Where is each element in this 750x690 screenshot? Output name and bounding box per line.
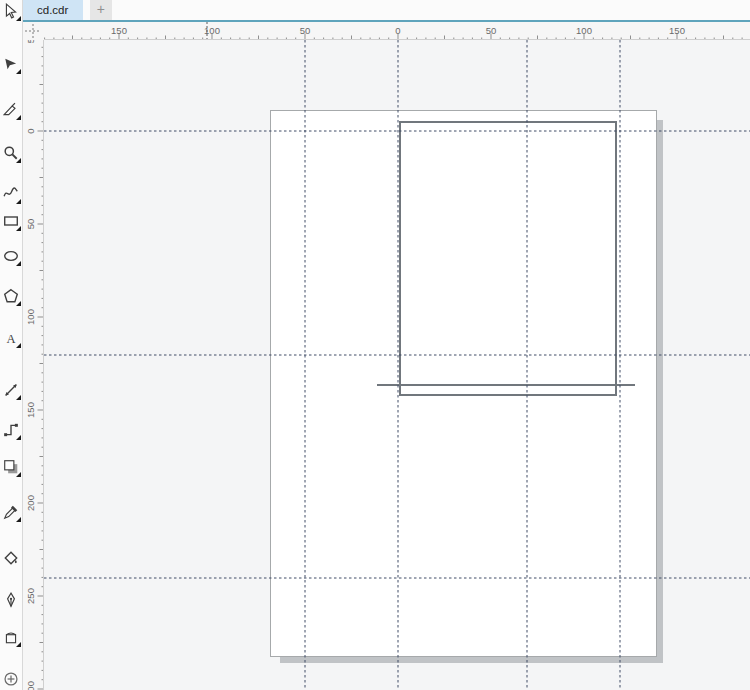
tool-rectangle[interactable] [1, 211, 21, 231]
h-ruler-label: 150 [669, 25, 685, 36]
flyout-indicator-icon [16, 301, 21, 306]
h-ruler-label: 100 [204, 25, 220, 36]
document-tab[interactable]: cd.cdr [22, 0, 83, 20]
v-ruler-label: 50 [25, 219, 36, 230]
v-ruler-label: 150 [25, 402, 36, 418]
v-ruler-label: 250 [25, 588, 36, 604]
tool-ellipse[interactable] [1, 246, 21, 266]
flyout-indicator-icon [16, 642, 21, 647]
v-ruler-label: 100 [25, 309, 36, 325]
tool-interactive-fill[interactable] [1, 669, 21, 689]
flyout-indicator-icon [16, 199, 21, 204]
tool-dimension[interactable] [1, 380, 21, 400]
tool-zoom[interactable] [1, 143, 21, 163]
tool-text[interactable]: A [1, 328, 21, 348]
v-ruler-label: 200 [25, 495, 36, 511]
flyout-indicator-icon [16, 158, 21, 163]
flyout-indicator-icon [16, 226, 21, 231]
flyout-indicator-icon [16, 115, 21, 120]
flyout-indicator-icon [16, 472, 21, 477]
flyout-indicator-icon [16, 16, 21, 21]
h-ruler-label: 50 [486, 25, 497, 36]
flyout-indicator-icon [16, 395, 21, 400]
ruler-origin-icon [22, 22, 44, 40]
tool-pick[interactable] [1, 1, 21, 21]
tool-crop-knife[interactable] [1, 100, 21, 120]
flyout-indicator-icon [16, 261, 21, 266]
tool-eyedropper[interactable] [1, 502, 21, 522]
vertical-ruler[interactable]: 50050100150200250300 [22, 40, 44, 690]
h-ruler-label: 0 [395, 25, 400, 36]
v-ruler-label: 0 [25, 128, 36, 133]
app-window: { "window": { "tab_title": "cd.cdr", "ne… [0, 0, 750, 690]
new-document-tab-button[interactable]: + [90, 0, 112, 20]
v-ruler-label: 50 [25, 40, 36, 43]
horizontal-ruler[interactable]: 15010050050100150 [44, 22, 750, 40]
toolbox: A [0, 0, 23, 690]
tool-polygon[interactable] [1, 286, 21, 306]
svg-text:A: A [6, 332, 15, 346]
tool-freehand[interactable] [1, 184, 21, 204]
tool-shape[interactable] [1, 54, 21, 74]
flyout-indicator-icon [16, 517, 21, 522]
guides-layer [44, 40, 750, 690]
document-tab-bar: cd.cdr + [22, 0, 750, 20]
flyout-indicator-icon [16, 435, 21, 440]
flyout-indicator-icon [16, 343, 21, 348]
h-ruler-label: 100 [576, 25, 592, 36]
flyout-indicator-icon [16, 69, 21, 74]
tool-connector[interactable] [1, 420, 21, 440]
tool-outline-pen[interactable] [1, 590, 21, 610]
tool-smart-fill[interactable] [1, 548, 21, 568]
drawing-canvas[interactable] [44, 40, 750, 690]
ruler-origin-corner[interactable] [22, 22, 44, 40]
tool-fill[interactable] [1, 627, 21, 647]
h-ruler-label: 50 [300, 25, 311, 36]
h-ruler-label: 150 [111, 25, 127, 36]
v-ruler-label: 300 [25, 681, 36, 690]
tool-drop-shadow[interactable] [1, 457, 21, 477]
